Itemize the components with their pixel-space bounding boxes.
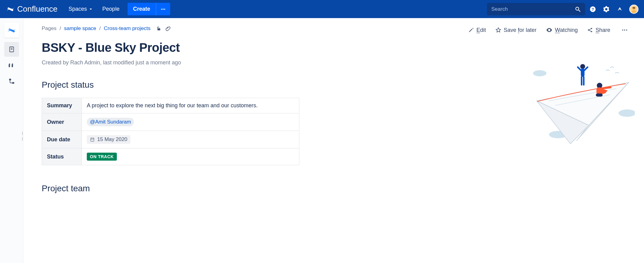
attachments-button[interactable] [165,26,171,31]
ellipsis-icon [621,27,628,33]
owner-mention[interactable]: @Amit Sundaram [87,118,134,126]
confluence-icon [7,26,16,35]
share-icon [587,27,593,33]
svg-line-4 [579,10,580,11]
table-row: Owner @Amit Sundaram [42,113,299,131]
help-icon: ? [589,6,596,13]
rail-pages[interactable] [4,42,19,57]
search-icon [575,6,581,12]
watch-button[interactable]: Watching [546,27,578,33]
svg-point-28 [619,109,635,117]
settings-button[interactable] [600,3,612,15]
due-date-label: Due date [42,131,82,148]
svg-point-21 [624,29,625,31]
owner-label: Owner [42,113,82,131]
nav-spaces-label: Spaces [69,6,87,12]
notifications-button[interactable] [614,3,626,15]
page-icon [8,46,15,53]
svg-rect-9 [632,7,635,9]
section-project-status: Project status [42,80,632,90]
crumb-space[interactable]: sample space [64,25,96,32]
svg-marker-32 [577,82,629,141]
svg-point-22 [626,29,627,31]
svg-point-2 [164,9,165,10]
svg-rect-23 [91,138,94,141]
unlock-icon [156,26,162,31]
share-label: Share [596,27,610,33]
notification-icon [617,6,623,12]
help-button[interactable]: ? [587,3,599,15]
pencil-icon [468,27,474,33]
nav-people[interactable]: People [98,3,124,15]
confluence-logo[interactable]: Confluence [6,4,58,14]
attachment-icon [165,26,171,31]
summary-label: Summary [42,98,82,113]
summary-value: A project to explore the next big thing … [82,98,299,113]
product-name: Confluence [17,4,58,14]
search-input[interactable] [491,6,575,12]
crumb-pages[interactable]: Pages [42,25,56,32]
svg-rect-14 [12,82,14,84]
svg-rect-15 [157,28,160,30]
svg-rect-13 [9,79,11,81]
svg-rect-41 [596,93,603,97]
save-for-later-button[interactable]: Save for later [495,27,537,33]
svg-point-20 [622,29,623,31]
svg-point-27 [533,70,546,76]
svg-text:?: ? [592,7,594,11]
page-title: BSKY - Blue Sky Project [42,41,632,55]
ellipsis-icon [160,6,166,12]
rail-space-logo[interactable] [4,23,19,38]
page-actions: Edit Save for later Watching [468,25,630,35]
status-lozenge: ON TRACK [87,153,117,161]
crumb-parent[interactable]: Cross-team projects [104,25,151,32]
rail-blog[interactable] [4,58,19,73]
save-label: Save for later [504,27,537,33]
due-date-chip[interactable]: 15 May 2020 [87,135,130,144]
create-more-button[interactable] [156,3,170,15]
svg-marker-31 [537,101,589,144]
avatar-icon [631,6,637,13]
edit-label: Edit [476,27,486,33]
calendar-icon [90,137,95,142]
table-row: Status ON TRACK [42,148,299,165]
svg-rect-36 [581,68,585,77]
restrictions-button[interactable] [156,26,162,31]
create-group: Create [128,3,170,15]
chevron-down-icon [89,7,93,11]
svg-point-16 [549,29,550,31]
svg-point-0 [161,9,162,10]
edit-button[interactable]: Edit [468,27,486,33]
paper-plane-illustration [531,64,635,156]
table-row: Due date 15 May 2020 [42,131,299,148]
global-nav: Confluence Spaces People Create [0,0,644,18]
crumb-sep: / [99,25,101,32]
nav-left: Confluence Spaces People Create [6,3,170,15]
star-icon [495,27,501,33]
side-rail [0,18,23,263]
profile-avatar[interactable] [629,5,638,14]
page-tree-icon [8,78,15,85]
page-body: Pages / sample space / Cross-team projec… [0,18,644,263]
svg-line-33 [549,89,616,101]
nav-spaces[interactable]: Spaces [64,3,97,15]
svg-line-34 [555,95,610,105]
nav-people-label: People [102,6,120,12]
due-date-value: 15 May 2020 [97,136,127,143]
more-actions-button[interactable] [619,25,630,35]
rail-page-tree[interactable] [4,74,19,89]
watch-label: Watching [555,27,578,33]
nav-right: ? [487,3,638,15]
create-button[interactable]: Create [128,3,156,15]
svg-point-1 [163,9,164,10]
eye-icon [546,27,553,33]
quote-icon [8,61,16,69]
section-project-team: Project team [42,184,632,193]
svg-rect-8 [632,10,636,13]
page-byline: Created by Rach Admin, last modified jus… [42,59,632,66]
share-button[interactable]: Share [587,27,610,33]
crumb-sep: / [59,25,61,32]
crumb-icons [156,26,171,31]
search-box[interactable] [487,3,585,15]
status-label: Status [42,148,82,165]
